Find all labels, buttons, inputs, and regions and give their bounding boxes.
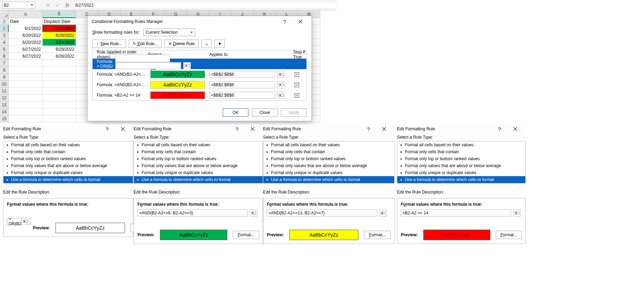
- apply-button[interactable]: Apply: [281, 108, 307, 117]
- range-select-icon[interactable]: [183, 62, 191, 69]
- scope-combo[interactable]: Current Selection: [143, 28, 195, 36]
- cell[interactable]: Dispatch Date: [43, 18, 76, 25]
- cell[interactable]: 6/26/2022: [43, 53, 76, 60]
- name-box[interactable]: B2: [2, 2, 35, 9]
- col-header-B[interactable]: B: [43, 10, 76, 18]
- ok-button[interactable]: OK: [223, 108, 248, 117]
- cell[interactable]: [43, 74, 76, 81]
- close-icon[interactable]: [377, 123, 391, 134]
- rule-type-item[interactable]: Format only top or bottom ranked values: [263, 155, 394, 162]
- close-icon[interactable]: [246, 123, 260, 134]
- rule-type-item[interactable]: Format only cells that contain: [263, 148, 394, 155]
- formula-field[interactable]: = OR(B2: [7, 218, 31, 225]
- help-icon[interactable]: [104, 126, 110, 132]
- rule-row[interactable]: Formula: = OR(B2AaBbCcYyZz=$B$2:$B$6: [93, 59, 306, 69]
- cell[interactable]: [9, 74, 43, 81]
- cell[interactable]: 6/20/2022: [9, 39, 43, 46]
- edit-rule-button[interactable]: ✎Edit Rule...: [129, 40, 162, 48]
- cell[interactable]: 6/1/2022: [9, 25, 43, 32]
- fx-icon[interactable]: fx: [66, 2, 69, 8]
- formula-field[interactable]: =B2-A2 >= 14: [401, 210, 511, 216]
- applies-to-input[interactable]: =$B$2:$B$6: [209, 81, 275, 88]
- cell[interactable]: [9, 95, 43, 101]
- row-header-3[interactable]: 3: [0, 32, 9, 39]
- cell[interactable]: 6/27/2022: [43, 25, 76, 32]
- cell[interactable]: [43, 108, 76, 115]
- close-button[interactable]: Close: [252, 108, 278, 117]
- formula-field[interactable]: =AND(B2-A2<=13, B2-A2>=7): [267, 210, 377, 216]
- rule-row[interactable]: Formula: =B2-A2 >= 14AaBbCcYyZz=$B$2:$B$…: [93, 90, 306, 100]
- cell[interactable]: [43, 60, 76, 67]
- rule-type-item[interactable]: Format only values that are above or bel…: [3, 162, 133, 169]
- rule-type-item[interactable]: Format only unique or duplicate values: [134, 169, 263, 176]
- row-header-5[interactable]: 5: [0, 46, 9, 53]
- row-header-13[interactable]: 13: [0, 101, 9, 108]
- rule-type-item[interactable]: Format only top or bottom ranked values: [134, 155, 263, 162]
- rule-row[interactable]: Formula: =AND(B2-A2<…AaBbCcYyZz=$B$2:$B$…: [93, 80, 306, 90]
- range-select-icon[interactable]: [379, 210, 387, 216]
- cell[interactable]: [9, 81, 43, 88]
- rule-type-item[interactable]: Format only cells that contain: [3, 148, 133, 155]
- cell[interactable]: 6/27/2022: [9, 46, 43, 53]
- cell[interactable]: [9, 108, 43, 115]
- rule-type-item[interactable]: Format only values that are above or bel…: [134, 162, 263, 169]
- range-select-icon[interactable]: [277, 81, 285, 88]
- close-icon[interactable]: [508, 123, 522, 134]
- range-select-icon[interactable]: [277, 71, 285, 78]
- range-select-icon[interactable]: [22, 218, 29, 225]
- help-icon[interactable]: [497, 126, 503, 132]
- format-button[interactable]: Format...: [496, 231, 522, 239]
- cell[interactable]: [9, 101, 43, 108]
- rule-type-item[interactable]: Format all cells based on their values: [3, 141, 133, 148]
- rule-type-item[interactable]: Format all cells based on their values: [134, 141, 263, 148]
- rule-type-item[interactable]: Use a formula to determine which cells t…: [134, 176, 263, 183]
- select-all-corner[interactable]: [0, 10, 9, 18]
- row-header-10[interactable]: 10: [0, 81, 9, 88]
- col-header-A[interactable]: A: [9, 10, 43, 18]
- rule-type-item[interactable]: Format only values that are above or bel…: [263, 162, 394, 169]
- range-select-icon[interactable]: [513, 210, 521, 216]
- rule-type-item[interactable]: Format only top or bottom ranked values: [397, 155, 525, 162]
- cell[interactable]: 6/29/2022: [43, 46, 76, 53]
- cell[interactable]: [43, 81, 76, 88]
- rule-type-item[interactable]: Format only cells that contain: [134, 148, 263, 155]
- applies-to-input[interactable]: =$B$2:$B$6: [115, 62, 181, 69]
- applies-to-input[interactable]: =$B$2:$B$6: [209, 92, 275, 99]
- row-header-12[interactable]: 12: [0, 95, 9, 101]
- row-header-15[interactable]: 15: [0, 115, 9, 122]
- row-header-9[interactable]: 9: [0, 74, 9, 81]
- help-icon[interactable]: [365, 126, 372, 132]
- help-icon[interactable]: [234, 126, 240, 132]
- rule-row[interactable]: Formula: =AND(B2-A2<…AaBbCcYyZz=$B$2:$B$…: [93, 69, 306, 80]
- row-header-4[interactable]: 4: [0, 39, 9, 46]
- cell[interactable]: [9, 60, 43, 67]
- move-down-button[interactable]: ▼: [214, 40, 225, 48]
- format-button[interactable]: Format...: [233, 231, 259, 239]
- cell[interactable]: 6/20/2022: [9, 32, 43, 39]
- cell[interactable]: [43, 101, 76, 108]
- cell[interactable]: [9, 88, 43, 95]
- row-header-14[interactable]: 14: [0, 108, 9, 115]
- rule-type-item[interactable]: Format only unique or duplicate values: [263, 169, 394, 176]
- cell[interactable]: [43, 115, 76, 122]
- rule-type-item[interactable]: Use a formula to determine which cells t…: [263, 176, 394, 183]
- help-icon[interactable]: [282, 19, 288, 25]
- format-button[interactable]: Format...: [364, 231, 391, 239]
- delete-rule-button[interactable]: ✕Delete Rule: [164, 40, 199, 48]
- stop-if-true-checkbox[interactable]: [295, 93, 299, 98]
- cell[interactable]: [9, 115, 43, 122]
- row-header-2[interactable]: 2: [0, 25, 9, 32]
- rule-type-item[interactable]: Format all cells based on their values: [263, 141, 394, 148]
- rule-type-item[interactable]: Format all cells based on their values: [397, 141, 525, 148]
- row-header-8[interactable]: 8: [0, 67, 9, 74]
- rule-type-item[interactable]: Format only unique or duplicate values: [3, 169, 133, 176]
- cell[interactable]: Date: [9, 18, 43, 25]
- cell[interactable]: [43, 88, 76, 95]
- cancel-icon[interactable]: ✕: [46, 2, 50, 8]
- close-icon[interactable]: [116, 123, 130, 134]
- new-rule-button[interactable]: ✦New Rule...: [92, 40, 126, 48]
- accept-icon[interactable]: ✓: [56, 2, 60, 8]
- rule-type-item[interactable]: Use a formula to determine which cells t…: [397, 176, 525, 183]
- move-up-button[interactable]: ▲: [201, 40, 212, 48]
- cell[interactable]: 6/27/2022: [9, 53, 43, 60]
